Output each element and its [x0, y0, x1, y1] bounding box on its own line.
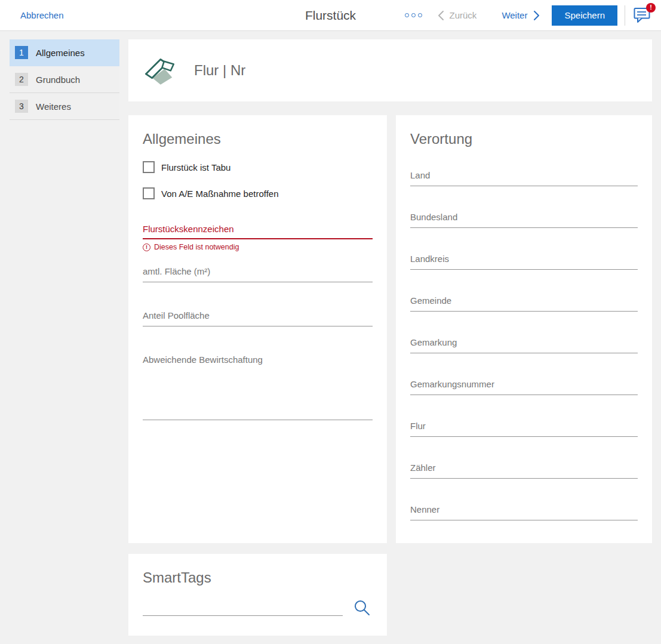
section-verortung: Verortung Land Bundesland Landkreis Geme…	[396, 115, 652, 543]
error-icon: !	[143, 244, 150, 251]
field-label: Flurstückskennzeichen	[143, 223, 373, 235]
right-column: Verortung Land Bundesland Landkreis Geme…	[396, 115, 652, 543]
form-columns: Allgemeines Flurstück ist Tabu Von A/E M…	[128, 115, 652, 636]
field-label: Gemarkungsnummer	[410, 378, 638, 390]
field-label: Nenner	[410, 504, 638, 516]
form-tab-sidebar: 1 Allgemeines 2 Grundbuch 3 Weiteres	[10, 39, 119, 120]
tab-number-badge: 3	[15, 100, 28, 113]
field-label: Gemeinde	[410, 295, 638, 307]
smarttags-search-input[interactable]	[143, 602, 343, 616]
tab-number-badge: 1	[15, 46, 28, 59]
zaehler-field[interactable]: Zähler	[410, 462, 638, 479]
left-column: Allgemeines Flurstück ist Tabu Von A/E M…	[128, 115, 387, 636]
flur-field[interactable]: Flur	[410, 420, 638, 437]
error-text: Dieses Feld ist notwendig	[154, 243, 239, 251]
more-menu-button[interactable]	[402, 11, 425, 20]
landkreis-field[interactable]: Landkreis	[410, 253, 638, 270]
field-label: Bundesland	[410, 211, 638, 223]
section-smarttags: SmartTags	[128, 554, 387, 636]
gemarkungsnummer-field[interactable]: Gemarkungsnummer	[410, 378, 638, 395]
save-button[interactable]: Speichern	[552, 5, 617, 26]
sidebar-item-label: Weiteres	[36, 101, 71, 112]
gemeinde-field[interactable]: Gemeinde	[410, 295, 638, 312]
checkbox-icon	[143, 161, 155, 173]
sidebar-item-allgemeines[interactable]: 1 Allgemeines	[10, 39, 119, 66]
cancel-button[interactable]: Abbrechen	[20, 10, 64, 20]
section-title: SmartTags	[143, 554, 373, 586]
next-label: Weiter	[502, 10, 527, 20]
comments-button[interactable]: !	[632, 6, 654, 25]
toolbar-divider	[625, 5, 625, 26]
tab-number-badge: 2	[15, 73, 28, 86]
field-label: Zähler	[410, 462, 638, 474]
amtl-flaeche-field[interactable]: amtl. Fläche (m²)	[143, 266, 373, 282]
checkbox-icon	[143, 187, 155, 199]
page-title: Flurstück	[305, 8, 356, 23]
field-label: Flur	[410, 420, 638, 432]
page-body: 1 Allgemeines 2 Grundbuch 3 Weiteres Flu…	[0, 31, 661, 636]
checkbox-label: Flurstück ist Tabu	[161, 162, 230, 172]
next-button[interactable]: Weiter	[502, 10, 540, 21]
form-content: Flur | Nr Allgemeines Flurstück ist Tabu…	[128, 31, 652, 636]
bundesland-field[interactable]: Bundesland	[410, 211, 638, 228]
checkbox-flurstueck-ist-tabu[interactable]: Flurstück ist Tabu	[143, 161, 373, 173]
search-icon[interactable]	[353, 599, 370, 616]
abweichende-bewirtschaftung-field[interactable]: Abweichende Bewirtschaftung	[143, 354, 373, 420]
field-label: Anteil Poolfläche	[143, 310, 373, 322]
checkbox-ae-massnahme-betroffen[interactable]: Von A/E Maßnahme betroffen	[143, 187, 373, 199]
parcel-icon	[144, 56, 176, 85]
back-label: Zurück	[450, 10, 477, 20]
more-icon	[405, 13, 409, 17]
anteil-poolflaeche-field[interactable]: Anteil Poolfläche	[143, 310, 373, 326]
field-label: Gemarkung	[410, 337, 638, 349]
sidebar-item-grundbuch[interactable]: 2 Grundbuch	[10, 66, 119, 93]
gemarkung-field[interactable]: Gemarkung	[410, 337, 638, 353]
checkbox-label: Von A/E Maßnahme betroffen	[161, 189, 279, 199]
sidebar-item-label: Allgemeines	[36, 48, 85, 58]
top-command-bar: Abbrechen Flurstück Zurück Weiter Speich…	[0, 0, 661, 31]
field-label: Landkreis	[410, 253, 638, 265]
field-label: Land	[410, 170, 638, 181]
record-title: Flur | Nr	[194, 62, 245, 79]
sidebar-item-label: Grundbuch	[36, 75, 80, 85]
topbar-actions: Zurück Weiter Speichern !	[402, 5, 654, 26]
section-title: Allgemeines	[143, 115, 373, 147]
more-icon	[411, 13, 416, 17]
nenner-field[interactable]: Nenner	[410, 504, 638, 520]
record-header-card: Flur | Nr	[128, 39, 652, 101]
notification-badge: !	[646, 3, 656, 13]
section-title: Verortung	[410, 115, 638, 147]
flurstueckskennzeichen-field[interactable]: Flurstückskennzeichen	[143, 223, 373, 239]
field-label: amtl. Fläche (m²)	[143, 266, 373, 278]
more-icon	[418, 13, 422, 17]
field-label: Abweichende Bewirtschaftung	[143, 355, 263, 365]
section-allgemeines: Allgemeines Flurstück ist Tabu Von A/E M…	[128, 115, 387, 543]
chevron-left-icon	[438, 10, 444, 21]
land-field[interactable]: Land	[410, 170, 638, 186]
back-button[interactable]: Zurück	[438, 10, 477, 21]
sidebar-item-weiteres[interactable]: 3 Weiteres	[10, 93, 119, 120]
field-error-message: ! Dieses Feld ist notwendig	[143, 243, 373, 251]
chevron-right-icon	[533, 10, 540, 21]
smarttags-search-row	[143, 599, 373, 616]
